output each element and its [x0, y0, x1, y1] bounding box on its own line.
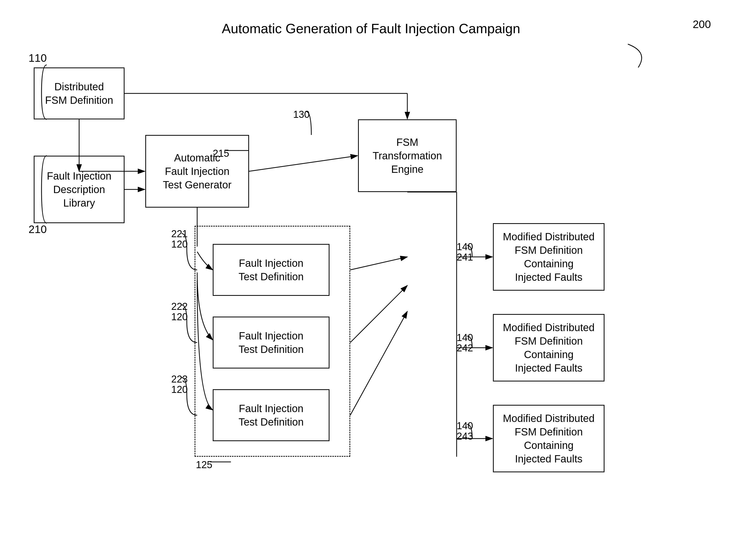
- label-221: 221: [171, 228, 188, 240]
- label-223: 223: [171, 374, 188, 385]
- svg-line-11: [350, 311, 407, 415]
- svg-line-8: [249, 156, 358, 171]
- distributed-fsm-box: Distributed FSM Definition: [34, 67, 124, 119]
- label-140a: 140: [457, 241, 473, 253]
- modified3-box: Modified Distributed FSM Definition Cont…: [493, 405, 604, 472]
- label-125: 125: [196, 459, 212, 470]
- fitd1-box: Fault Injection Test Definition: [213, 244, 329, 296]
- label-243: 243: [457, 431, 473, 442]
- label-120b: 120: [171, 311, 188, 322]
- label-242: 242: [457, 343, 473, 354]
- svg-line-9: [350, 257, 407, 270]
- label-120a: 120: [171, 239, 188, 250]
- label-222: 222: [171, 301, 188, 312]
- label-110: 110: [29, 52, 47, 64]
- label-210: 210: [29, 223, 47, 236]
- label-120c: 120: [171, 384, 188, 395]
- label-215: 215: [213, 148, 229, 159]
- svg-line-10: [350, 286, 407, 343]
- modified2-box: Modified Distributed FSM Definition Cont…: [493, 314, 604, 381]
- fsm-transform-box: FSM Transformation Engine: [358, 119, 457, 192]
- diagram-title: Automatic Generation of Fault Injection …: [222, 21, 520, 36]
- label-140b: 140: [457, 332, 473, 343]
- auto-fault-gen-box: Automatic Fault Injection Test Generator: [145, 135, 249, 208]
- label-130: 130: [293, 109, 310, 120]
- label-241: 241: [457, 252, 473, 263]
- fitd3-box: Fault Injection Test Definition: [213, 389, 329, 441]
- fitd2-box: Fault Injection Test Definition: [213, 317, 329, 368]
- fault-injection-lib-box: Fault Injection Description Library: [34, 156, 124, 223]
- modified1-box: Modified Distributed FSM Definition Cont…: [493, 223, 604, 291]
- label-140c: 140: [457, 420, 473, 431]
- label-200: 200: [693, 18, 711, 31]
